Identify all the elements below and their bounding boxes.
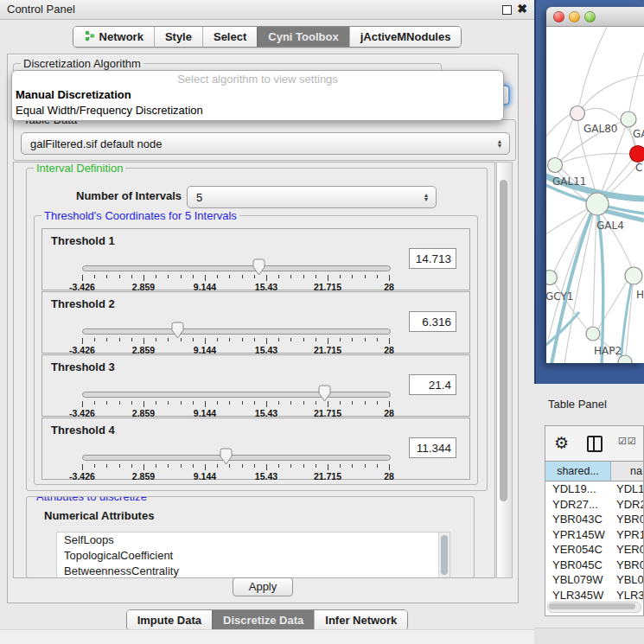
- close-traffic-light-icon[interactable]: [553, 11, 564, 22]
- tab-jactivemnodules[interactable]: jActiveMNodules: [349, 27, 462, 47]
- tick-mark: [352, 464, 353, 468]
- slider-track[interactable]: [82, 328, 391, 335]
- network-node[interactable]: [630, 146, 644, 163]
- main-scrollbar[interactable]: [496, 162, 513, 578]
- slider-thumb[interactable]: [170, 322, 185, 340]
- network-edge: [593, 215, 596, 327]
- threshold-label: Threshold 3: [51, 360, 115, 373]
- close-icon[interactable]: ✖: [517, 2, 527, 16]
- tab-label: Discretize Data: [223, 614, 303, 627]
- tick-mark: [143, 338, 144, 344]
- network-window[interactable]: GAL80GACGAL11GAL4GCY1HHAP2: [546, 7, 644, 363]
- cell-shared-name: YBR043C: [545, 512, 613, 527]
- stepper-arrows-icon[interactable]: ▲▼: [420, 193, 432, 201]
- tick-mark: [181, 401, 182, 405]
- tick-mark: [229, 275, 230, 278]
- bottom-tab-bar: Impute DataDiscretize DataInfer Network: [0, 609, 534, 631]
- stepper-arrows-icon[interactable]: ▲▼: [494, 139, 506, 148]
- slider-track[interactable]: [82, 392, 391, 398]
- tab-style[interactable]: Style: [154, 27, 202, 47]
- tab-cyni-toolbox[interactable]: Cyni Toolbox: [257, 27, 348, 47]
- threshold-value-field[interactable]: 21.4: [409, 374, 456, 395]
- zoom-traffic-light-icon[interactable]: [584, 11, 596, 22]
- tab-impute-data[interactable]: Impute Data: [127, 610, 212, 630]
- tick-mark: [94, 275, 95, 278]
- apply-button[interactable]: Apply: [233, 577, 293, 596]
- float-window-icon[interactable]: [502, 5, 512, 15]
- tick-mark: [168, 275, 169, 278]
- column-header[interactable]: na: [611, 462, 643, 481]
- split-columns-icon[interactable]: [587, 436, 603, 452]
- tab-network[interactable]: Network: [73, 27, 154, 47]
- tick-mark: [82, 401, 83, 407]
- table-row[interactable]: YDL19...YDL1: [545, 481, 643, 497]
- threshold-value-field[interactable]: 6.316: [409, 311, 456, 332]
- algorithm-option[interactable]: Equal Width/Frequency Discretization: [12, 103, 503, 118]
- network-node[interactable]: [621, 112, 636, 127]
- threshold-slider[interactable]: -3.4262.8599.14415.4321.71528: [82, 327, 389, 353]
- numerical-attributes-list[interactable]: SelfLoopsTopologicalCoefficientBetweenne…: [56, 532, 450, 578]
- list-item[interactable]: SelfLoops: [57, 532, 450, 548]
- network-node[interactable]: [571, 106, 585, 121]
- table-row[interactable]: YBR043CYBR0: [545, 512, 643, 527]
- algorithm-option[interactable]: Manual Discretization: [12, 87, 503, 103]
- tick-mark: [278, 401, 279, 405]
- table-horizontal-scrollbar[interactable]: [547, 602, 641, 613]
- minimize-traffic-light-icon[interactable]: [569, 11, 580, 22]
- table-row[interactable]: YLR345WYLR3: [545, 588, 643, 601]
- algorithm-dropdown-popup: Select algorithm to view settings Manual…: [11, 70, 504, 121]
- tick-mark: [254, 464, 255, 468]
- network-edge: [583, 75, 644, 107]
- tab-select[interactable]: Select: [202, 27, 257, 47]
- network-node[interactable]: [586, 327, 600, 341]
- network-node[interactable]: [546, 271, 558, 285]
- slider-track[interactable]: [82, 455, 391, 461]
- threshold-value-field[interactable]: 11.344: [409, 437, 456, 458]
- tick-mark: [106, 275, 107, 278]
- tab-label: jActiveMNodules: [360, 30, 451, 43]
- table-row[interactable]: YBL079WYBL0: [545, 572, 643, 588]
- table-row[interactable]: YDR27...YDR2: [545, 497, 643, 513]
- cell-name: YER0: [613, 542, 643, 558]
- tick-label: 2.859: [132, 471, 155, 481]
- tick-mark: [316, 338, 316, 341]
- tick-mark: [131, 275, 132, 278]
- tick-mark: [205, 401, 206, 407]
- cell-name: YBL0: [613, 572, 643, 588]
- cell-name: YDL1: [613, 481, 643, 497]
- threshold-slider[interactable]: -3.4262.8599.14415.4321.71528: [82, 264, 389, 290]
- number-of-intervals-combobox[interactable]: 5 ▲▼: [187, 186, 437, 208]
- list-item[interactable]: TopologicalCoefficient: [57, 548, 450, 564]
- slider-track[interactable]: [82, 265, 391, 271]
- table-row[interactable]: YBR045CYBR0: [545, 558, 643, 573]
- threshold-slider[interactable]: -3.4262.8599.14415.4321.71528: [82, 453, 389, 479]
- cell-name: YDR2: [613, 497, 643, 513]
- tick-label: 28: [384, 471, 394, 481]
- slider-thumb[interactable]: [317, 385, 332, 403]
- tick-mark: [94, 464, 95, 468]
- network-canvas[interactable]: GAL80GACGAL11GAL4GCY1HHAP2: [546, 27, 644, 363]
- slider-thumb[interactable]: [252, 258, 266, 277]
- network-node[interactable]: [625, 267, 642, 284]
- table-row[interactable]: YER054CYER0: [545, 542, 643, 558]
- tick-mark: [254, 401, 255, 405]
- network-node[interactable]: [586, 193, 609, 215]
- tab-discretize-data[interactable]: Discretize Data: [212, 610, 314, 630]
- column-header[interactable]: shared...: [545, 462, 611, 481]
- gear-icon[interactable]: ⚙: [554, 433, 569, 452]
- node-label: H: [636, 289, 644, 301]
- slider-thumb[interactable]: [219, 448, 233, 466]
- network-node[interactable]: [548, 158, 563, 173]
- list-item[interactable]: BetweennessCentrality: [57, 564, 450, 578]
- table-data-combobox[interactable]: galFiltered.sif default node ▲▼: [21, 132, 510, 155]
- threshold-value-field[interactable]: 14.713: [409, 248, 456, 269]
- tick-mark: [352, 338, 353, 341]
- tick-mark: [290, 464, 291, 468]
- tab-infer-network[interactable]: Infer Network: [314, 610, 407, 630]
- network-window-titlebar[interactable]: [546, 7, 644, 27]
- checkbox-columns-icon[interactable]: ☑☑: [618, 436, 637, 447]
- threshold-slider[interactable]: -3.4262.8599.14415.4321.71528: [82, 390, 389, 416]
- table-row[interactable]: YPR145WYPR1: [545, 527, 643, 543]
- attributes-scrollbar[interactable]: [438, 532, 450, 578]
- tick-mark: [131, 338, 132, 341]
